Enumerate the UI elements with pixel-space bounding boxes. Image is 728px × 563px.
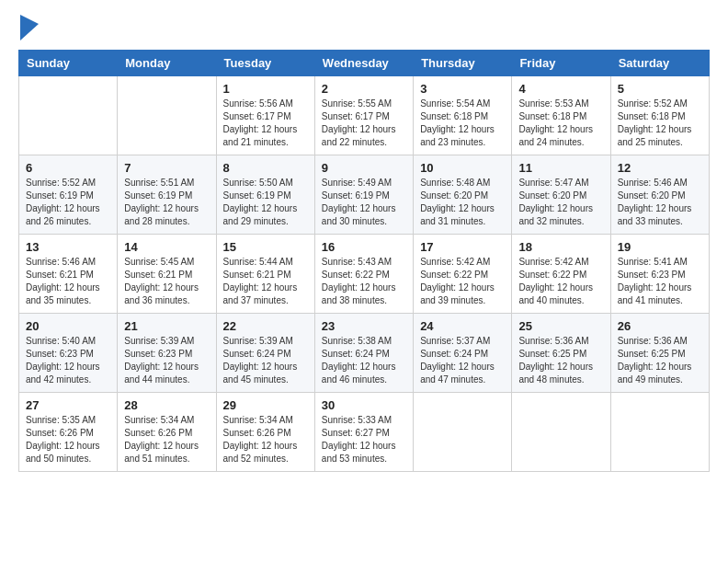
daylight-text: Daylight: 12 hours and 50 minutes.	[26, 441, 100, 464]
day-number: 14	[124, 240, 209, 254]
sunrise-text: Sunrise: 5:36 AM	[618, 336, 688, 346]
daylight-text: Daylight: 12 hours and 47 minutes.	[420, 362, 495, 385]
daylight-text: Daylight: 12 hours and 32 minutes.	[518, 203, 593, 226]
sunset-text: Sunset: 6:21 PM	[124, 270, 192, 280]
calendar-cell: 18 Sunrise: 5:42 AM Sunset: 6:22 PM Dayl…	[512, 235, 610, 314]
day-number: 5	[618, 82, 702, 96]
day-number: 8	[223, 161, 308, 175]
day-number: 28	[124, 398, 209, 412]
logo	[18, 15, 39, 40]
sunset-text: Sunset: 6:26 PM	[124, 428, 192, 438]
calendar-cell: 28 Sunrise: 5:34 AM Sunset: 6:26 PM Dayl…	[118, 393, 216, 472]
sunset-text: Sunset: 6:19 PM	[124, 190, 192, 201]
sunset-text: Sunset: 6:25 PM	[618, 349, 686, 359]
calendar-cell: 23 Sunrise: 5:38 AM Sunset: 6:24 PM Dayl…	[314, 314, 413, 393]
day-number: 20	[26, 319, 110, 333]
day-info: Sunrise: 5:34 AM Sunset: 6:26 PM Dayligh…	[223, 414, 308, 465]
calendar-cell	[414, 393, 512, 472]
sunrise-text: Sunrise: 5:52 AM	[618, 98, 688, 109]
day-number: 15	[223, 240, 308, 254]
day-number: 17	[420, 240, 505, 254]
weekday-header-saturday: Saturday	[610, 51, 709, 76]
sunrise-text: Sunrise: 5:46 AM	[26, 257, 96, 267]
week-row-5: 27 Sunrise: 5:35 AM Sunset: 6:26 PM Dayl…	[19, 393, 710, 472]
calendar-cell: 10 Sunrise: 5:48 AM Sunset: 6:20 PM Dayl…	[414, 155, 512, 235]
calendar-cell: 8 Sunrise: 5:50 AM Sunset: 6:19 PM Dayli…	[216, 155, 314, 235]
calendar-cell: 11 Sunrise: 5:47 AM Sunset: 6:20 PM Dayl…	[512, 155, 610, 235]
sunrise-text: Sunrise: 5:39 AM	[124, 336, 194, 346]
day-info: Sunrise: 5:33 AM Sunset: 6:27 PM Dayligh…	[322, 414, 406, 465]
sunset-text: Sunset: 6:22 PM	[518, 270, 586, 280]
sunset-text: Sunset: 6:24 PM	[223, 349, 291, 359]
day-number: 10	[420, 161, 505, 175]
day-info: Sunrise: 5:38 AM Sunset: 6:24 PM Dayligh…	[322, 335, 406, 386]
sunrise-text: Sunrise: 5:35 AM	[26, 415, 96, 425]
day-number: 1	[223, 82, 308, 96]
day-info: Sunrise: 5:56 AM Sunset: 6:17 PM Dayligh…	[223, 98, 308, 149]
weekday-header-row: SundayMondayTuesdayWednesdayThursdayFrid…	[19, 51, 710, 76]
sunset-text: Sunset: 6:21 PM	[26, 270, 94, 280]
calendar-cell: 1 Sunrise: 5:56 AM Sunset: 6:17 PM Dayli…	[216, 76, 314, 155]
sunrise-text: Sunrise: 5:45 AM	[124, 257, 194, 267]
daylight-text: Daylight: 12 hours and 36 minutes.	[124, 282, 199, 305]
daylight-text: Daylight: 12 hours and 39 minutes.	[420, 282, 495, 305]
day-info: Sunrise: 5:36 AM Sunset: 6:25 PM Dayligh…	[518, 335, 603, 386]
day-number: 9	[322, 161, 406, 175]
weekday-header-thursday: Thursday	[414, 51, 512, 76]
sunset-text: Sunset: 6:17 PM	[223, 111, 291, 121]
day-info: Sunrise: 5:50 AM Sunset: 6:19 PM Dayligh…	[223, 177, 308, 228]
daylight-text: Daylight: 12 hours and 48 minutes.	[518, 362, 593, 385]
sunset-text: Sunset: 6:21 PM	[223, 270, 291, 280]
sunrise-text: Sunrise: 5:47 AM	[518, 178, 588, 188]
day-number: 26	[618, 319, 702, 333]
sunrise-text: Sunrise: 5:44 AM	[223, 257, 293, 267]
sunset-text: Sunset: 6:25 PM	[518, 349, 586, 359]
sunset-text: Sunset: 6:20 PM	[618, 190, 686, 201]
day-info: Sunrise: 5:42 AM Sunset: 6:22 PM Dayligh…	[420, 256, 505, 307]
day-number: 18	[518, 240, 603, 254]
sunset-text: Sunset: 6:22 PM	[420, 270, 488, 280]
sunset-text: Sunset: 6:20 PM	[518, 190, 586, 201]
sunrise-text: Sunrise: 5:41 AM	[618, 257, 688, 267]
calendar-cell: 21 Sunrise: 5:39 AM Sunset: 6:23 PM Dayl…	[118, 314, 216, 393]
calendar-cell: 19 Sunrise: 5:41 AM Sunset: 6:23 PM Dayl…	[610, 235, 709, 314]
week-row-4: 20 Sunrise: 5:40 AM Sunset: 6:23 PM Dayl…	[19, 314, 710, 393]
day-info: Sunrise: 5:35 AM Sunset: 6:26 PM Dayligh…	[26, 414, 110, 465]
day-number: 3	[420, 82, 505, 96]
sunset-text: Sunset: 6:23 PM	[26, 349, 94, 359]
day-info: Sunrise: 5:42 AM Sunset: 6:22 PM Dayligh…	[518, 256, 603, 307]
sunset-text: Sunset: 6:20 PM	[420, 190, 488, 201]
day-number: 22	[223, 319, 308, 333]
day-info: Sunrise: 5:51 AM Sunset: 6:19 PM Dayligh…	[124, 177, 209, 228]
day-info: Sunrise: 5:39 AM Sunset: 6:24 PM Dayligh…	[223, 335, 308, 386]
daylight-text: Daylight: 12 hours and 29 minutes.	[223, 203, 298, 226]
calendar-cell: 2 Sunrise: 5:55 AM Sunset: 6:17 PM Dayli…	[314, 76, 413, 155]
daylight-text: Daylight: 12 hours and 37 minutes.	[223, 282, 298, 305]
day-number: 25	[518, 319, 603, 333]
sunrise-text: Sunrise: 5:34 AM	[124, 415, 194, 425]
daylight-text: Daylight: 12 hours and 24 minutes.	[518, 124, 593, 147]
calendar-cell: 3 Sunrise: 5:54 AM Sunset: 6:18 PM Dayli…	[414, 76, 512, 155]
day-info: Sunrise: 5:36 AM Sunset: 6:25 PM Dayligh…	[618, 335, 702, 386]
sunset-text: Sunset: 6:17 PM	[322, 111, 390, 121]
day-number: 29	[223, 398, 308, 412]
weekday-header-monday: Monday	[118, 51, 216, 76]
calendar-cell: 14 Sunrise: 5:45 AM Sunset: 6:21 PM Dayl…	[118, 235, 216, 314]
calendar-cell: 13 Sunrise: 5:46 AM Sunset: 6:21 PM Dayl…	[19, 235, 118, 314]
sunrise-text: Sunrise: 5:46 AM	[618, 178, 688, 188]
sunrise-text: Sunrise: 5:36 AM	[518, 336, 588, 346]
sunset-text: Sunset: 6:19 PM	[26, 190, 94, 201]
calendar-cell: 15 Sunrise: 5:44 AM Sunset: 6:21 PM Dayl…	[216, 235, 314, 314]
calendar-cell	[512, 393, 610, 472]
day-info: Sunrise: 5:34 AM Sunset: 6:26 PM Dayligh…	[124, 414, 209, 465]
day-number: 7	[124, 161, 209, 175]
sunset-text: Sunset: 6:26 PM	[26, 428, 94, 438]
sunrise-text: Sunrise: 5:55 AM	[322, 98, 392, 109]
daylight-text: Daylight: 12 hours and 53 minutes.	[322, 441, 396, 464]
weekday-header-sunday: Sunday	[19, 51, 118, 76]
logo-icon	[20, 15, 39, 40]
calendar-cell: 24 Sunrise: 5:37 AM Sunset: 6:24 PM Dayl…	[414, 314, 512, 393]
sunset-text: Sunset: 6:26 PM	[223, 428, 291, 438]
day-number: 23	[322, 319, 406, 333]
day-info: Sunrise: 5:43 AM Sunset: 6:22 PM Dayligh…	[322, 256, 406, 307]
